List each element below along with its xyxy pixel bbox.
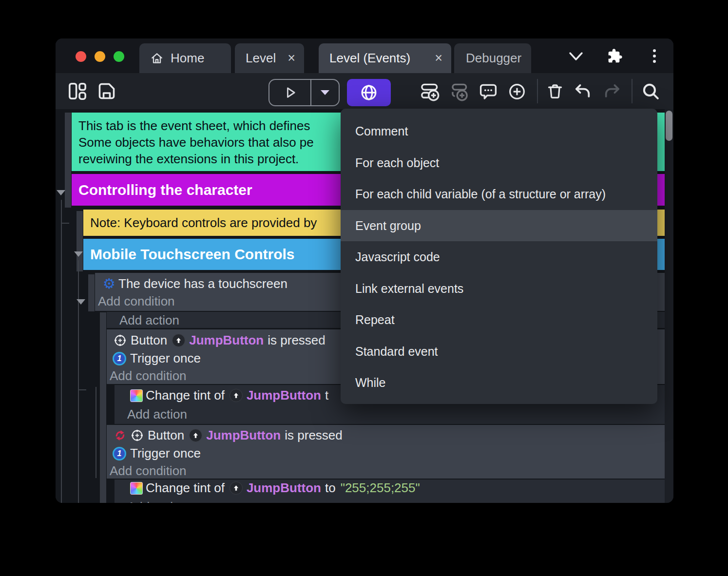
puzzle-addons-icon[interactable] [607, 48, 623, 64]
group-title: Mobile Touchscreen Controls [83, 246, 295, 263]
collapse-triangle[interactable] [77, 299, 85, 305]
menu-item-javascript-code[interactable]: Javascript code [341, 241, 657, 273]
indent-guide-line [61, 200, 62, 503]
menu-item-comment[interactable]: Comment [341, 115, 657, 147]
jumpbutton-arrow-icon [172, 334, 185, 347]
titlebar: Home Level × Level (Events) × Debugger [56, 38, 673, 73]
play-preview-button[interactable] [269, 80, 310, 105]
tab-level-events-label: Level (Events) [329, 51, 410, 66]
delete-button[interactable] [546, 82, 564, 101]
trigger-once-icon: 1 [113, 447, 126, 461]
invert-condition-icon [114, 429, 127, 442]
object-name: JumpButton [247, 388, 321, 403]
condition-text: Trigger once [130, 446, 201, 461]
redo-button[interactable] [602, 82, 622, 101]
scrollbar-thumb[interactable] [666, 111, 672, 141]
indent-strip [65, 113, 71, 208]
action-text: Change tint of [146, 388, 225, 403]
home-icon [150, 52, 164, 65]
menu-item-for-each-child-variable[interactable]: For each child variable (of a structure … [341, 178, 657, 210]
indent-strip [77, 211, 83, 271]
collapse-triangle[interactable] [74, 251, 83, 257]
close-traffic-light[interactable] [76, 51, 86, 62]
kebab-menu-icon[interactable] [653, 49, 656, 63]
add-event-context-menu: Comment For each object For each child v… [341, 109, 657, 404]
add-subevent-button[interactable] [449, 82, 469, 101]
add-plus-button[interactable] [508, 82, 526, 101]
panels-layout-button[interactable] [67, 81, 88, 101]
tab-debugger[interactable]: Debugger [454, 43, 531, 73]
tab-home-label: Home [171, 51, 204, 66]
preview-dropdown-button[interactable] [311, 80, 339, 105]
menu-item-link-external-events[interactable]: Link external events [341, 273, 657, 305]
group-title: Controlling the character [72, 182, 252, 198]
indent-guide-line [78, 260, 79, 503]
condition-object-word: Button [131, 333, 167, 348]
menu-item-standard-event[interactable]: Standard event [341, 336, 657, 367]
add-condition-link[interactable]: Add condition [107, 461, 665, 479]
jumpbutton-arrow-icon [230, 389, 243, 402]
add-event-button[interactable] [420, 82, 440, 101]
close-icon[interactable]: × [435, 52, 442, 65]
jumpbutton-arrow-icon [189, 429, 202, 442]
actions-area[interactable]: Change tint of JumpButton to "255;255;25… [115, 480, 665, 503]
action-text: Change tint of [146, 480, 225, 496]
add-action-link[interactable]: Add action [115, 496, 665, 503]
condition-text: Trigger once [130, 351, 201, 366]
preview-button-group [268, 79, 340, 106]
menu-item-for-each-object[interactable]: For each object [341, 147, 657, 179]
maximize-traffic-light[interactable] [114, 51, 124, 62]
button-object-icon [114, 334, 127, 347]
condition-text: The device has a touchscreen [118, 276, 287, 291]
object-name: JumpButton [247, 480, 321, 496]
toolbar [56, 73, 673, 109]
preview-remote-globe-button[interactable] [347, 79, 391, 106]
tab-level-events[interactable]: Level (Events) × [319, 43, 451, 73]
event-jumpbutton-pressed-inverted[interactable]: Button JumpButton is pressed 1 Trigger o… [107, 425, 665, 479]
tint-color-icon [130, 389, 143, 402]
app-window: Home Level × Level (Events) × Debugger [56, 38, 673, 503]
object-name: JumpButton [206, 428, 281, 443]
condition-object-word: Button [148, 428, 184, 443]
tab-level[interactable]: Level × [235, 43, 304, 73]
add-comment-button[interactable] [479, 82, 498, 102]
menu-item-event-group[interactable]: Event group [341, 210, 657, 242]
tint-color-icon [130, 482, 143, 495]
close-icon[interactable]: × [287, 52, 295, 65]
menu-item-while[interactable]: While [341, 367, 657, 399]
minimize-traffic-light[interactable] [95, 51, 105, 62]
note-text: Note: Keyboard controls are provided by [83, 215, 317, 230]
condition-suffix: is pressed [285, 428, 343, 443]
search-button[interactable] [641, 82, 661, 101]
object-name: JumpButton [189, 333, 264, 348]
tab-level-label: Level [246, 51, 276, 66]
play-icon [283, 85, 297, 100]
indent-guide-line [61, 223, 69, 224]
chevron-down-icon[interactable] [568, 51, 584, 62]
globe-icon [360, 84, 378, 101]
toolbar-separator [537, 79, 538, 103]
touch-gear-icon: ⚙ [103, 277, 115, 291]
screen: { "titlebar": { "tabs": { "home": "Home"… [0, 0, 728, 576]
save-button[interactable] [96, 81, 117, 101]
action-string-value: "255;255;255" [341, 480, 420, 496]
condition-suffix: is pressed [268, 333, 326, 348]
tab-debugger-label: Debugger [466, 51, 521, 66]
toolbar-separator [632, 79, 632, 103]
button-object-icon [131, 429, 144, 442]
indent-strip [88, 274, 95, 311]
scrollbar-track[interactable] [665, 109, 673, 503]
dropdown-caret-icon [321, 90, 329, 95]
action-suffix: t [325, 388, 328, 403]
add-action-link[interactable]: Add action [115, 403, 665, 422]
collapse-triangle[interactable] [57, 190, 65, 195]
indent-guide-line [96, 387, 96, 478]
jumpbutton-arrow-icon [230, 481, 243, 495]
indent-strip [100, 312, 106, 503]
undo-button[interactable] [573, 82, 593, 101]
trigger-once-icon: 1 [113, 352, 126, 365]
action-suffix: to [325, 480, 336, 496]
tab-home[interactable]: Home [139, 43, 231, 73]
indent-guide-line [78, 389, 86, 390]
menu-item-repeat[interactable]: Repeat [341, 304, 657, 336]
